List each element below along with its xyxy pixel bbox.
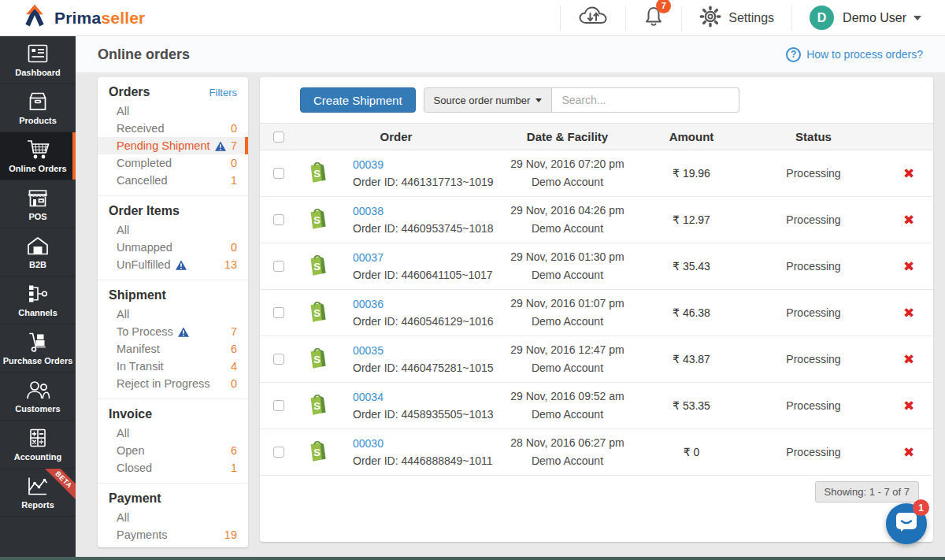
chevron-down-icon bbox=[914, 16, 921, 20]
filter-item[interactable]: Cancelled 1 bbox=[98, 172, 248, 189]
row-checkbox[interactable] bbox=[273, 307, 284, 318]
cancel-order-icon[interactable]: ✖ bbox=[903, 445, 914, 460]
row-checkbox[interactable] bbox=[273, 261, 284, 272]
gear-icon bbox=[699, 6, 721, 31]
sidebar-item-accounting[interactable]: Accounting bbox=[0, 421, 76, 469]
filter-item[interactable]: All bbox=[98, 221, 248, 239]
svg-text:S: S bbox=[313, 214, 321, 226]
filter-item[interactable]: Manifest 6 bbox=[98, 340, 248, 358]
filter-label: Open bbox=[117, 444, 144, 457]
filter-item[interactable]: All bbox=[98, 509, 248, 526]
filter-item[interactable]: UnFulfilled 13 bbox=[98, 256, 248, 273]
help-link[interactable]: ? How to process orders? bbox=[786, 47, 923, 62]
amount-cell: ₹ 35.43 bbox=[640, 260, 743, 273]
caret-down-icon bbox=[536, 98, 542, 102]
sidebar-item-channels[interactable]: Channels bbox=[0, 276, 76, 325]
table-footer: Showing: 1 - 7 of 7 bbox=[260, 476, 933, 508]
sidebar-item-pos[interactable]: POS bbox=[0, 180, 76, 228]
filter-label: Payments bbox=[117, 528, 167, 541]
filter-item[interactable]: In Transit 4 bbox=[98, 358, 248, 375]
row-checkbox[interactable] bbox=[273, 168, 284, 179]
row-checkbox[interactable] bbox=[273, 214, 284, 225]
status-cell: Processing bbox=[743, 167, 884, 180]
sidebar-item-online-orders[interactable]: Online Orders bbox=[0, 132, 76, 180]
primaseller-logo[interactable]: Primaseller bbox=[0, 3, 145, 33]
section-title-invoice: Invoice bbox=[109, 407, 152, 421]
order-row: S 00030 Order ID: 4446888849~1011 28 Nov… bbox=[260, 429, 933, 476]
cancel-order-icon[interactable]: ✖ bbox=[903, 213, 914, 228]
order-date: 28 Nov, 2016 06:27 pm bbox=[495, 434, 640, 452]
shopify-channel-icon: S bbox=[307, 392, 328, 419]
products-box-icon bbox=[26, 91, 50, 112]
row-checkbox[interactable] bbox=[273, 354, 284, 365]
date-facility-cell: 29 Nov, 2016 07:20 pm Demo Account bbox=[495, 155, 640, 191]
page-header-bar: Online orders ? How to process orders? bbox=[76, 36, 945, 73]
cancel-order-icon[interactable]: ✖ bbox=[903, 306, 914, 321]
filter-item[interactable]: Refunds 0 bbox=[98, 543, 248, 547]
search-field-dropdown[interactable]: Source order number bbox=[424, 87, 553, 113]
filter-item[interactable]: Unmapped 0 bbox=[98, 239, 248, 256]
header-status: Status bbox=[743, 130, 884, 143]
status-cell: Processing bbox=[743, 353, 884, 365]
sidebar-item-customers[interactable]: Customers bbox=[0, 373, 76, 421]
order-number-link[interactable]: 00035 bbox=[353, 344, 494, 357]
filter-item[interactable]: All bbox=[98, 102, 248, 120]
section-title-order-items: Order Items bbox=[109, 204, 180, 218]
sidebar-item-b2b[interactable]: B2B bbox=[0, 228, 76, 276]
order-number-link[interactable]: 00037 bbox=[353, 251, 493, 264]
create-shipment-button[interactable]: Create Shipment bbox=[300, 87, 416, 113]
sync-button[interactable] bbox=[560, 6, 625, 31]
settings-button[interactable]: Settings bbox=[681, 6, 791, 31]
filter-item[interactable]: To Process 7 bbox=[98, 323, 248, 340]
sidebar-item-products[interactable]: Products bbox=[0, 84, 76, 132]
filter-item[interactable]: Reject in Progress 0 bbox=[98, 375, 248, 392]
calculator-icon bbox=[27, 428, 49, 448]
filter-section-shipment: Shipment All To Process 7 Manifest 6 In … bbox=[98, 280, 248, 399]
filter-label: All bbox=[117, 105, 129, 117]
settings-label: Settings bbox=[728, 11, 774, 25]
filter-section-orders: Orders Filters All Received 0 Pending Sh… bbox=[98, 77, 248, 196]
filter-item[interactable]: Payments 19 bbox=[98, 526, 248, 543]
search-group: Source order number bbox=[424, 87, 740, 113]
bell-icon bbox=[643, 17, 664, 30]
primaseller-logo-icon bbox=[20, 3, 49, 33]
order-date: 29 Nov, 2016 12:47 pm bbox=[495, 341, 640, 359]
amount-cell: ₹ 46.38 bbox=[640, 306, 743, 319]
cancel-order-icon[interactable]: ✖ bbox=[903, 352, 914, 367]
order-row: S 00039 Order ID: 4461317713~1019 29 Nov… bbox=[260, 150, 933, 197]
bottom-edge-strip bbox=[0, 557, 945, 560]
filters-link[interactable]: Filters bbox=[209, 87, 237, 98]
user-menu[interactable]: D Demo User bbox=[791, 6, 945, 31]
cancel-order-icon[interactable]: ✖ bbox=[903, 399, 914, 414]
notifications-button[interactable]: 7 bbox=[625, 6, 681, 31]
filter-item[interactable]: Received 0 bbox=[98, 120, 248, 137]
customers-icon bbox=[25, 380, 50, 400]
order-number-link[interactable]: 00036 bbox=[353, 298, 494, 310]
filter-item[interactable]: Pending Shipment 7 bbox=[98, 137, 248, 154]
filter-item[interactable]: Closed 1 bbox=[98, 459, 248, 477]
cancel-order-icon[interactable]: ✖ bbox=[903, 166, 914, 181]
cancel-order-icon[interactable]: ✖ bbox=[903, 259, 914, 274]
filter-item[interactable]: All bbox=[98, 425, 248, 442]
row-checkbox[interactable] bbox=[273, 447, 284, 458]
order-number-link[interactable]: 00038 bbox=[353, 205, 494, 217]
select-all-checkbox[interactable] bbox=[273, 132, 284, 143]
notification-badge: 7 bbox=[656, 0, 671, 13]
order-number-link[interactable]: 00039 bbox=[353, 158, 494, 171]
svg-text:S: S bbox=[313, 400, 321, 412]
order-number-link[interactable]: 00034 bbox=[353, 391, 494, 403]
order-number-link[interactable]: 00030 bbox=[353, 437, 493, 450]
filter-item[interactable]: Completed 0 bbox=[98, 154, 248, 172]
chat-launcher-button[interactable]: 1 bbox=[886, 503, 927, 544]
order-date: 29 Nov, 2016 01:07 pm bbox=[495, 295, 640, 313]
filter-item[interactable]: Open 6 bbox=[98, 442, 248, 459]
sidebar-item-dashboard[interactable]: Dashboard bbox=[0, 36, 76, 84]
search-input[interactable] bbox=[552, 87, 739, 113]
sidebar-item-reports[interactable]: BETA Reports bbox=[0, 469, 76, 517]
filter-section-payment: Payment All Payments 19 Refunds 0 bbox=[98, 484, 248, 547]
row-checkbox[interactable] bbox=[273, 400, 284, 411]
pagination-summary: Showing: 1 - 7 of 7 bbox=[815, 481, 919, 503]
filter-label: Cancelled bbox=[117, 174, 168, 187]
sidebar-item-purchase-orders[interactable]: Purchase Orders bbox=[0, 325, 76, 373]
filter-item[interactable]: All bbox=[98, 306, 248, 323]
